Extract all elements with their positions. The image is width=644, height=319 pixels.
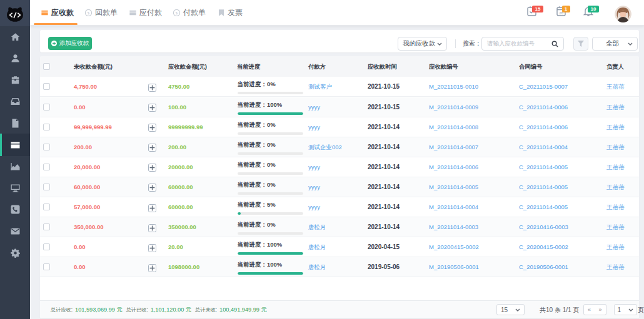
svg-text:$: $: [88, 11, 90, 14]
svg-text:$: $: [176, 11, 178, 14]
